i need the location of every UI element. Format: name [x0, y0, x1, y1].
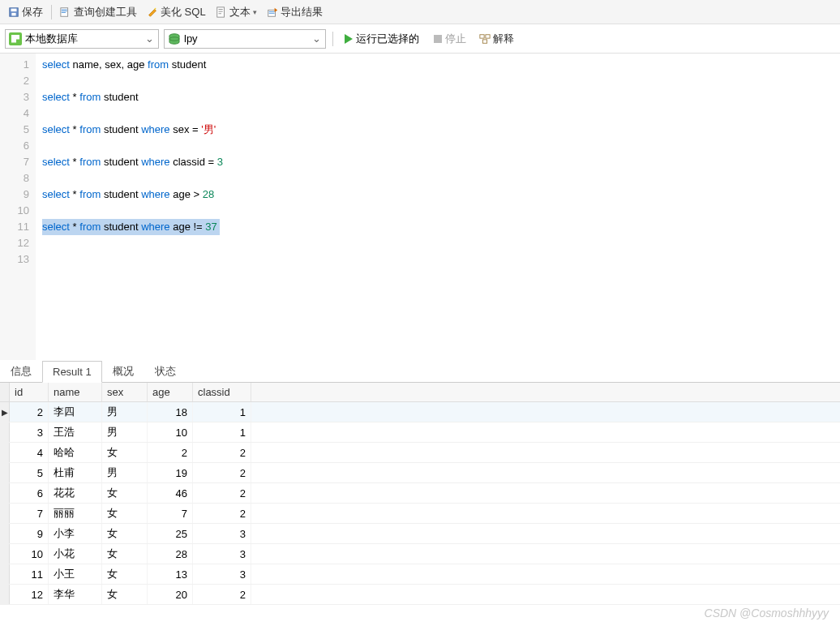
row-selector[interactable] [0, 422, 10, 442]
table-row[interactable]: 3王浩男101 [0, 422, 840, 443]
cell[interactable]: 3 [10, 422, 49, 442]
code-line[interactable] [42, 73, 834, 89]
code-line[interactable]: select * from student where sex = '男' [42, 122, 834, 138]
cell[interactable]: 女 [102, 544, 148, 564]
cell[interactable]: 46 [148, 483, 193, 503]
table-row[interactable]: 11小王女133 [0, 564, 840, 585]
code-line[interactable]: select * from student where age > 28 [42, 187, 834, 203]
cell[interactable]: 女 [102, 504, 148, 523]
cell[interactable]: 10 [148, 422, 193, 442]
code-line[interactable] [42, 105, 834, 122]
cell[interactable]: 3 [193, 524, 251, 543]
col-header-age[interactable]: age [148, 383, 193, 401]
row-selector[interactable] [0, 524, 10, 543]
cell[interactable]: 2 [10, 402, 49, 422]
row-selector[interactable] [0, 483, 10, 503]
row-selector[interactable] [0, 564, 10, 584]
table-row[interactable]: 5杜甫男192 [0, 463, 840, 483]
cell[interactable]: 男 [102, 463, 148, 482]
cell[interactable]: 1 [193, 422, 251, 442]
cell[interactable]: 3 [193, 564, 251, 584]
beautify-button[interactable]: 美化 SQL [144, 3, 209, 21]
table-row[interactable]: 6花花女462 [0, 483, 840, 504]
cell[interactable]: 11 [10, 564, 49, 584]
table-row[interactable]: 10小花女283 [0, 544, 840, 564]
cell[interactable]: 2 [193, 443, 251, 462]
cell[interactable]: 3 [193, 544, 251, 564]
tab-result-1[interactable]: Result 1 [42, 361, 102, 383]
code-line[interactable] [42, 235, 834, 251]
col-header-sex[interactable]: sex [102, 383, 148, 401]
table-row[interactable]: 12李华女202 [0, 585, 840, 605]
cell[interactable]: 2 [193, 585, 251, 604]
cell[interactable]: 4 [10, 443, 49, 462]
cell[interactable]: 5 [10, 463, 49, 482]
cell[interactable]: 男 [102, 422, 148, 442]
row-selector[interactable] [0, 504, 10, 523]
cell[interactable]: 19 [148, 463, 193, 482]
cell[interactable]: 女 [102, 443, 148, 462]
code-line[interactable] [42, 170, 834, 187]
cell[interactable]: 杜甫 [49, 463, 102, 482]
cell[interactable]: 花花 [49, 483, 102, 503]
cell[interactable]: 女 [102, 564, 148, 584]
cell[interactable]: 7 [10, 504, 49, 523]
row-selector[interactable] [0, 463, 10, 482]
cell[interactable]: 10 [10, 544, 49, 564]
cell[interactable]: 丽丽 [49, 504, 102, 523]
table-row[interactable]: ▶2李四男181 [0, 402, 840, 422]
cell[interactable]: 1 [193, 402, 251, 422]
tab-profile[interactable]: 概况 [102, 359, 144, 383]
col-header-classid[interactable]: classid [193, 383, 251, 401]
cell[interactable]: 20 [148, 585, 193, 604]
explain-button[interactable]: 解释 [476, 30, 517, 48]
connection-dropdown[interactable]: 本地数据库 ⌄ [5, 29, 159, 49]
cell[interactable]: 18 [148, 402, 193, 422]
cell[interactable]: 女 [102, 524, 148, 543]
cell[interactable]: 2 [193, 463, 251, 482]
cell[interactable]: 女 [102, 585, 148, 604]
code-area[interactable]: select name, sex, age from studentselect… [36, 54, 840, 360]
row-selector[interactable]: ▶ [0, 402, 10, 422]
cell[interactable]: 12 [10, 585, 49, 604]
code-line[interactable]: select name, sex, age from student [42, 57, 834, 73]
code-line[interactable]: select * from student where age != 37 [42, 219, 834, 235]
row-selector-header[interactable] [0, 383, 10, 401]
row-selector[interactable] [0, 544, 10, 564]
cell[interactable]: 9 [10, 524, 49, 543]
cell[interactable]: 小李 [49, 524, 102, 543]
cell[interactable]: 李华 [49, 585, 102, 604]
cell[interactable]: 哈哈 [49, 443, 102, 462]
col-header-id[interactable]: id [10, 383, 49, 401]
cell[interactable]: 小王 [49, 564, 102, 584]
row-selector[interactable] [0, 443, 10, 462]
cell[interactable]: 25 [148, 524, 193, 543]
cell[interactable]: 男 [102, 402, 148, 422]
code-line[interactable]: select * from student where classid = 3 [42, 154, 834, 170]
row-selector[interactable] [0, 585, 10, 604]
cell[interactable]: 王浩 [49, 422, 102, 442]
save-button[interactable]: 保存 [5, 3, 46, 21]
tab-status[interactable]: 状态 [144, 359, 186, 383]
code-line[interactable]: select * from student [42, 89, 834, 105]
col-header-name[interactable]: name [49, 383, 102, 401]
code-line[interactable] [42, 203, 834, 219]
cell[interactable]: 2 [193, 483, 251, 503]
table-row[interactable]: 7丽丽女72 [0, 504, 840, 524]
cell[interactable]: 2 [148, 443, 193, 462]
query-builder-button[interactable]: 查询创建工具 [57, 3, 140, 21]
database-dropdown[interactable]: lpy ⌄ [164, 29, 326, 49]
code-line[interactable] [42, 251, 834, 268]
cell[interactable]: 6 [10, 483, 49, 503]
code-line[interactable] [42, 138, 834, 154]
export-button[interactable]: 导出结果 [264, 3, 326, 21]
cell[interactable]: 13 [148, 564, 193, 584]
tab-info[interactable]: 信息 [0, 359, 42, 383]
cell[interactable]: 7 [148, 504, 193, 523]
text-button[interactable]: 文本 ▾ [212, 3, 260, 21]
cell[interactable]: 李四 [49, 402, 102, 422]
run-selected-button[interactable]: 运行已选择的 [340, 30, 424, 48]
cell[interactable]: 28 [148, 544, 193, 564]
sql-editor[interactable]: 12345678910111213 select name, sex, age … [0, 54, 840, 360]
table-row[interactable]: 4哈哈女22 [0, 443, 840, 463]
